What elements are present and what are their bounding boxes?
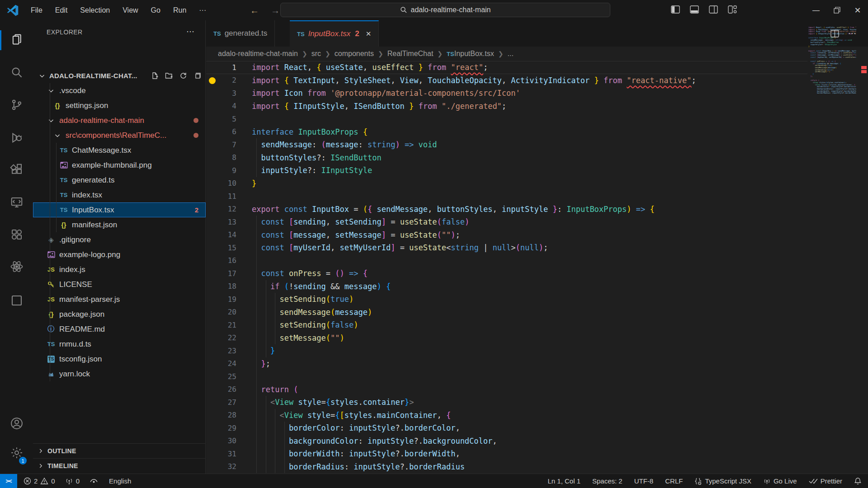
react-atom-icon[interactable] [0,253,33,280]
close-window-button[interactable]: ✕ [847,0,868,20]
breadcrumb-symbol[interactable]: ❯... [494,50,514,58]
collapse-all-icon[interactable] [193,72,201,80]
minimize-button[interactable]: — [806,0,826,20]
breadcrumb-item[interactable]: ❯RealTimeChat [374,50,433,58]
tree-item-manifest-parser-js[interactable]: JSmanifest-parser.js [33,292,206,307]
indent-guide [266,422,266,435]
section-outline[interactable]: OUTLINE [33,443,206,458]
breadcrumb-item[interactable]: ❯src [298,50,321,58]
tab-generated.ts[interactable]: TSgenerated.ts [206,20,275,47]
spell-language-status[interactable]: English [109,477,131,485]
toggle-sidebar-icon[interactable] [671,5,680,14]
tree-item-example-thumbnail-png[interactable]: example-thumbnail.png [33,158,206,173]
menu-overflow-icon[interactable]: ··· [194,5,211,16]
overview-ruler [855,20,868,474]
toggle-secondary-sidebar-icon[interactable] [709,5,718,14]
tree-item--gitignore[interactable]: ◈.gitignore [33,232,206,247]
tree-item-settings-json[interactable]: {}settings.json [33,98,206,113]
remote-indicator[interactable]: >< [0,474,17,488]
notifications-bell-icon[interactable] [854,477,862,485]
ports-status[interactable]: 0 [65,477,80,485]
encoding-status[interactable]: UTF-8 [634,477,654,485]
chevron-right-icon [38,448,44,454]
tree-item--vscode[interactable]: .vscode [33,83,206,98]
accounts-icon[interactable] [0,410,33,436]
menu-edit[interactable]: Edit [51,5,72,16]
new-file-icon[interactable] [151,72,159,80]
tree-item-generated-ts[interactable]: TSgenerated.ts [33,173,206,188]
prettier-status[interactable]: Prettier [809,477,842,485]
go-live-button[interactable]: Go Live [763,477,797,485]
customize-layout-icon[interactable] [728,5,737,14]
code-editor[interactable]: 1import React, { useState, useEffect } f… [206,61,807,474]
run-debug-icon[interactable] [0,125,33,151]
lightbulb-icon[interactable] [209,77,216,84]
explorer-more-actions-icon[interactable]: ⋯ [186,27,195,37]
menu-run[interactable]: Run [169,5,191,16]
live-preview-icon[interactable] [0,287,33,314]
tree-item-adalo-realtime-chat-main[interactable]: adalo-realtime-chat-main [33,113,206,128]
code-line-30: 30 backgroundColor: inputStyle?.backgrou… [206,435,807,448]
toggle-panel-icon[interactable] [690,5,699,14]
menu-file[interactable]: File [26,5,47,16]
breadcrumb[interactable]: adalo-realtime-chat-main❯src❯components❯… [206,47,868,61]
tab-inputbox.tsx[interactable]: TSInputBox.tsx2✕ [290,20,379,47]
indent-guide [266,332,266,345]
breadcrumb-item[interactable]: adalo-realtime-chat-main [218,50,298,58]
tree-root-folder[interactable]: ADALO-REALTIME-CHAT... [33,68,206,83]
source-control-icon[interactable] [0,92,33,118]
breadcrumb-item[interactable]: ❯components [321,50,374,58]
tree-item-package-json[interactable]: {}package.json [33,307,206,322]
line-number: 5 [206,115,236,123]
screencast-status[interactable] [90,478,98,485]
line-number: 17 [206,269,236,278]
indent-guide [256,254,257,267]
minimap-line: borderRadius: inputStyle?.borderRadius [808,92,856,94]
tree-item-rnmu-d-ts[interactable]: TSrnmu.d.ts [33,337,206,352]
status-bar: >< 2 0 0 English Ln 1, Col 1 Spaces: 2 U… [0,474,868,488]
indentation-status[interactable]: Spaces: 2 [592,477,623,485]
section-timeline[interactable]: TIMELINE [33,458,206,473]
cursor-position[interactable]: Ln 1, Col 1 [547,477,580,485]
minimap[interactable]: import React, { useState, useEffect } fr… [808,27,856,94]
tree-item-yarn-lock[interactable]: yarn.lock [33,366,206,381]
menu-go[interactable]: Go [146,5,165,16]
back-arrow-button[interactable]: ← [248,4,261,17]
blocks-icon[interactable] [0,221,33,248]
tree-item-chatmessage-tsx[interactable]: TSChatMessage.tsx [33,143,206,158]
tree-item-tsconfig-json[interactable]: TStsconfig.json [33,352,206,366]
indent-guide [275,447,275,460]
tree-item-readme-md[interactable]: ⓘREADME.md [33,322,206,337]
tree-item-index-js[interactable]: JSindex.js [33,262,206,277]
tree-item-license[interactable]: LICENSE [33,277,206,292]
language-mode-status[interactable]: TypeScript JSX [694,477,751,485]
modified-dot-icon [193,133,198,138]
menu-view[interactable]: View [118,5,142,16]
line-number: 3 [206,89,236,98]
problems-status[interactable]: 2 0 [24,477,55,485]
tree-item-index-tsx[interactable]: TSindex.tsx [33,188,206,202]
new-folder-icon[interactable] [165,72,173,80]
breadcrumb-file[interactable]: ❯TS InputBox.tsx [433,50,494,58]
command-center-search[interactable]: adalo-realtime-chat-main [280,3,610,17]
refresh-icon[interactable] [179,72,187,80]
line-content: borderWidth: inputStyle?.borderWidth, [252,447,460,460]
line-number: 1 [206,63,236,72]
line-content: sendMessage(message) [252,306,372,319]
code-line-18: 18 if (!sending && message) { [206,280,807,293]
remote-explorer-icon[interactable] [0,189,33,216]
restore-button[interactable] [826,0,847,20]
tree-item-inputbox-tsx[interactable]: TSInputBox.tsx2 [33,202,206,217]
line-number: 16 [206,256,236,265]
extensions-icon[interactable] [0,156,33,183]
settings-gear-icon[interactable] [0,440,33,466]
tree-item-example-logo-png[interactable]: example-logo.png [33,247,206,262]
indent-guide [256,280,257,293]
search-icon[interactable] [0,59,33,85]
tree-item-src-components-realtimec-[interactable]: src\components\RealTimeC... [33,128,206,143]
explorer-icon[interactable] [0,27,33,53]
tree-item-manifest-json[interactable]: {}manifest.json [33,217,206,232]
menu-selection[interactable]: Selection [75,5,114,16]
close-tab-icon[interactable]: ✕ [366,30,372,38]
eol-status[interactable]: CRLF [665,477,683,485]
